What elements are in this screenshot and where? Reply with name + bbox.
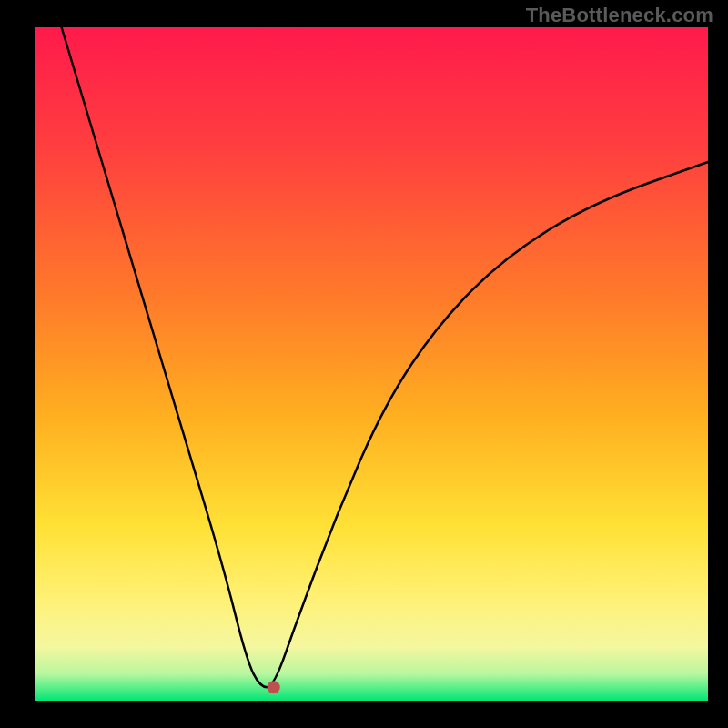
optimal-point-marker (268, 681, 280, 693)
plot-area (35, 27, 708, 701)
chart-svg (0, 0, 728, 728)
chart-frame: TheBottleneck.com (0, 0, 728, 728)
gradient-background (35, 27, 708, 701)
watermark-text: TheBottleneck.com (526, 4, 713, 27)
